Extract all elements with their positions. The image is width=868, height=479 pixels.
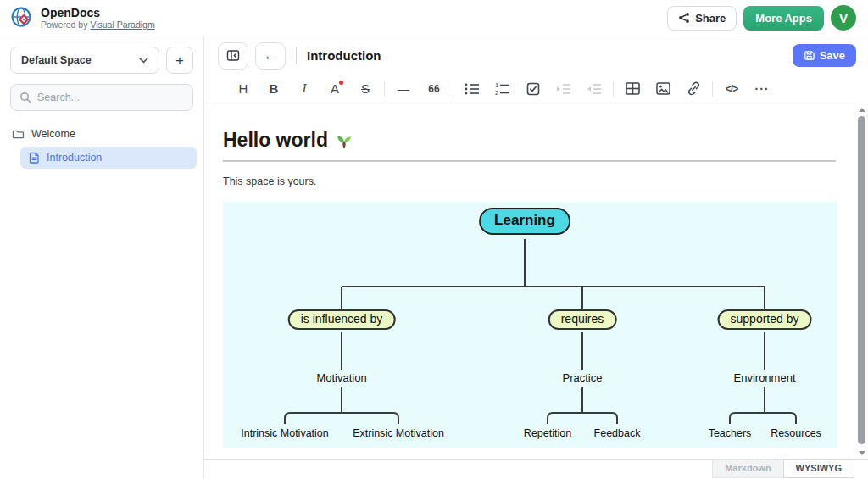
italic-icon[interactable]: I [289,78,320,100]
diagram-node-concept: Motivation [316,371,366,384]
share-button[interactable]: Share [667,6,737,31]
search-input[interactable] [37,92,184,103]
visual-paradigm-link[interactable]: Visual Paradigm [90,19,154,30]
top-bar: OpenDocs Powered by Visual Paradigm [0,0,868,36]
diagram-node-relation: supported by [718,309,812,330]
save-button[interactable]: Save [793,44,856,67]
horizontal-rule-icon[interactable]: — [388,78,419,100]
concept-map-diagram[interactable]: Learning is influenced by requires suppo… [223,202,837,448]
wysiwyg-mode-tab[interactable]: WYSIWYG [783,459,854,478]
toggle-sidebar-button[interactable] [218,42,248,70]
formatting-toolbar: H B I A S — 66 12 [204,75,868,103]
scroll-down-arrow-icon[interactable] [855,447,868,459]
powered-by: Powered by Visual Paradigm [41,19,155,30]
editor-pane: ← Introduction Save H B I A S — [204,36,868,479]
document-heading: Hello world [223,129,868,152]
save-icon [804,50,815,61]
diagram-node-concept: Environment [734,371,796,384]
markdown-mode-tab[interactable]: Markdown [712,459,783,478]
app-window: OpenDocs Powered by Visual Paradigm [0,0,868,479]
status-bar: Markdown WYSIWYG [204,459,868,479]
task-list-icon[interactable] [518,78,548,100]
toolbar-separator [613,81,614,97]
blockquote-icon[interactable]: 66 [419,78,449,100]
diagram-node-leaf: Repetition [524,427,571,439]
bullet-list-icon[interactable] [457,78,487,100]
brand-text: OpenDocs Powered by Visual Paradigm [41,7,155,30]
diagram-node-leaf: Teachers [709,427,752,439]
diagram-node-leaf: Intrinsic Motivation [241,427,329,439]
back-arrow-icon: ← [264,48,277,64]
link-icon[interactable] [678,78,709,100]
opendocs-logo-icon [10,6,34,30]
page-title: Introduction [307,48,381,63]
diagram-node-leaf: Resources [771,427,821,439]
tree-item-label: Introduction [47,152,102,164]
font-color-icon[interactable]: A [320,78,350,100]
svg-text:2: 2 [495,89,498,96]
document-icon [29,152,40,164]
search-icon [19,92,31,103]
indent-icon[interactable] [548,78,579,100]
diagram-node-relation: requires [548,309,617,330]
outdent-icon[interactable] [579,78,609,100]
divider [296,47,297,64]
heading-rule [223,160,836,162]
numbered-list-icon[interactable]: 12 [487,78,518,100]
tree-page-introduction[interactable]: Introduction [20,147,197,169]
tree-folder-welcome[interactable]: Welcome [0,123,203,145]
avatar[interactable]: V [831,5,856,31]
diagram-node-concept: Practice [563,371,603,384]
page-tree: Welcome Introduction [0,123,203,169]
diagram-node-root: Learning [479,208,570,235]
search-box[interactable] [10,84,193,111]
code-icon[interactable]: </> [716,78,747,100]
table-icon[interactable] [617,78,648,100]
app-name: OpenDocs [41,7,155,19]
topbar-actions: Share More Apps V [667,5,856,31]
more-apps-button[interactable]: More Apps [743,6,824,31]
tree-item-label: Welcome [31,128,75,140]
editor-header: ← Introduction Save [204,36,868,75]
document-canvas[interactable]: Hello world This space is yours. [204,103,868,459]
toolbar-separator [384,81,385,97]
toolbar-separator [712,81,713,97]
share-icon [678,12,690,24]
space-selector[interactable]: Default Space [10,47,159,74]
svg-text:1: 1 [495,82,498,89]
diagram-node-relation: is influenced by [288,309,396,330]
brand: OpenDocs Powered by Visual Paradigm [10,6,155,30]
vertical-scrollbar[interactable] [855,103,868,459]
diagram-node-leaf: Feedback [594,427,641,439]
sidebar: Default Space + Welcome [0,36,204,479]
scrollbar-thumb[interactable] [858,116,865,444]
diagram-node-leaf: Extrinsic Motivation [353,427,444,439]
panel-left-icon [226,49,240,62]
heading-icon[interactable]: H [228,78,259,100]
bold-icon[interactable]: B [259,78,289,100]
editor-mode-toggle: Markdown WYSIWYG [712,459,854,478]
scroll-up-arrow-icon[interactable] [855,103,868,115]
more-icon[interactable]: ··· [747,78,777,100]
document-paragraph: This space is yours. [223,175,868,187]
add-space-button[interactable]: + [166,47,193,74]
image-icon[interactable] [648,78,678,100]
seedling-emoji [335,131,353,150]
chevron-down-icon [139,58,148,64]
back-button[interactable]: ← [255,42,286,70]
strikethrough-icon[interactable]: S [350,78,381,100]
folder-icon [12,128,25,140]
toolbar-separator [453,81,453,97]
